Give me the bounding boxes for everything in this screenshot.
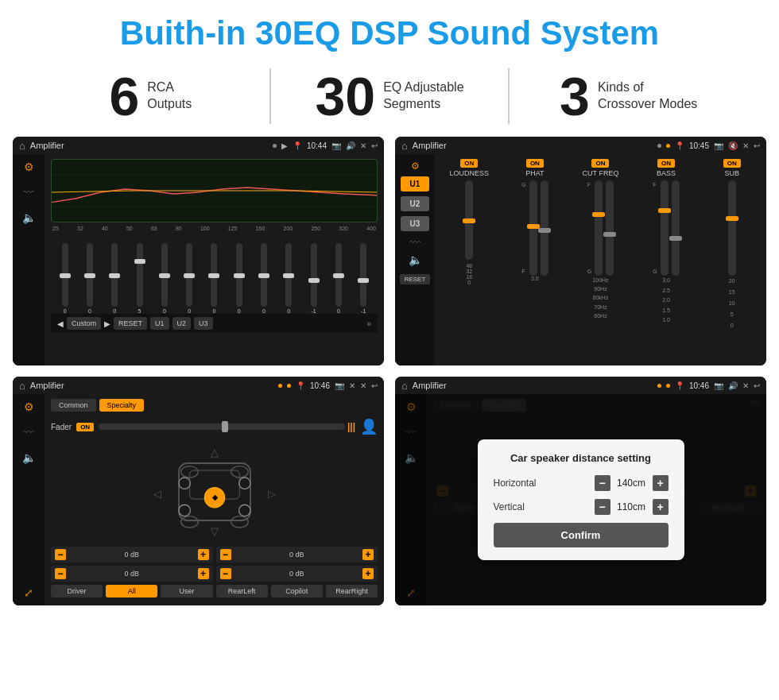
db-minus-fr[interactable]: − <box>220 549 231 560</box>
speaker-icon-2[interactable]: 🔈 <box>409 253 422 266</box>
horizontal-plus-btn[interactable]: + <box>653 475 669 491</box>
eq-bottom-bar: ◀ Custom ▶ RESET U1 U2 U3 » <box>51 314 378 333</box>
screen1-title: Amplifier <box>30 141 268 150</box>
eq-icon[interactable]: ⚙ <box>24 160 34 173</box>
u3-btn-1[interactable]: U3 <box>194 317 213 330</box>
u2-btn-1[interactable]: U2 <box>172 317 192 330</box>
next-icon[interactable]: ▶ <box>104 319 110 328</box>
col-phat-label: PHAT <box>525 169 544 177</box>
vertical-label: Vertical <box>494 501 588 512</box>
eq-slider-4[interactable]: 0 <box>161 243 168 314</box>
fader-track[interactable] <box>99 423 345 430</box>
status-bar-2: ⌂ Amplifier 📍 10:45 📷 🔇 ✕ ↩ <box>395 137 766 154</box>
db-plus-fr[interactable]: + <box>362 549 374 560</box>
db-minus-fl[interactable]: − <box>55 549 66 560</box>
u3-side-btn[interactable]: U3 <box>401 216 429 231</box>
home-icon-3[interactable]: ⌂ <box>19 380 25 392</box>
close-icon-2[interactable]: ✕ <box>742 141 749 150</box>
tab-row: Common Specialty <box>51 399 378 412</box>
db-plus-fl[interactable]: + <box>198 549 209 560</box>
eq-slider-0[interactable]: 0 <box>62 243 68 314</box>
horizontal-minus-btn[interactable]: − <box>595 475 610 491</box>
location-icon-4: 📍 <box>675 381 684 390</box>
screen3-content: ⚙ 〰 🔈 ⤢ Common Specialty Fader ON <box>13 394 384 605</box>
reset-btn-2[interactable]: RESET <box>400 274 431 284</box>
vertical-stepper: − 110cm + <box>595 499 669 515</box>
status-dot-2a <box>657 144 661 148</box>
eq-slider-1[interactable]: 0 <box>87 243 93 314</box>
db-plus-rr[interactable]: + <box>362 568 374 579</box>
custom-btn[interactable]: Custom <box>67 317 101 330</box>
db-value-fr: 0 dB <box>234 551 361 559</box>
screen4-time: 10:46 <box>689 381 709 390</box>
eq-slider-7[interactable]: 0 <box>236 243 242 314</box>
vertical-plus-btn[interactable]: + <box>653 499 669 515</box>
db-minus-rr[interactable]: − <box>220 568 231 579</box>
speaker-distance-dialog: Car speaker distance setting Horizontal … <box>478 439 684 560</box>
col-cutfreq-label: CUT FREQ <box>583 169 619 177</box>
stat-crossover-text2: Crossover Modes <box>598 96 697 113</box>
driver-btn[interactable]: Driver <box>51 585 103 598</box>
wave-icon-2[interactable]: 〰 <box>409 236 421 249</box>
user-btn-3[interactable]: User <box>161 585 212 598</box>
prev-icon[interactable]: ◀ <box>57 319 64 328</box>
eq-side-icon-2[interactable]: ⚙ <box>411 160 420 172</box>
common-tab[interactable]: Common <box>51 399 96 412</box>
eq-side-icon-3[interactable]: ⚙ <box>24 400 34 413</box>
eq-slider-8[interactable]: 0 <box>261 243 267 314</box>
stat-rca-text2: Outputs <box>147 96 192 113</box>
eq-slider-9[interactable]: 0 <box>285 243 292 314</box>
status-dot-1 <box>273 144 277 148</box>
all-btn[interactable]: All <box>106 585 157 598</box>
eq-slider-5[interactable]: 0 <box>186 243 192 314</box>
confirm-button[interactable]: Confirm <box>494 523 669 547</box>
eq-graph <box>51 159 378 222</box>
person-icon[interactable]: 👤 <box>360 418 378 435</box>
eq-slider-12[interactable]: -1 <box>360 243 366 314</box>
u1-btn-1[interactable]: U1 <box>150 317 169 330</box>
arrows-icon-3[interactable]: ⤢ <box>24 586 33 599</box>
eq-slider-10[interactable]: -1 <box>311 243 317 314</box>
eq-slider-6[interactable]: 0 <box>211 243 217 314</box>
u2-side-btn[interactable]: U2 <box>401 196 429 211</box>
db-minus-rl[interactable]: − <box>55 568 66 579</box>
close-icon-4[interactable]: ✕ <box>742 381 749 390</box>
reset-btn-1[interactable]: RESET <box>114 317 147 330</box>
u1-side-btn[interactable]: U1 <box>401 176 429 191</box>
eq-slider-2[interactable]: 0 <box>111 243 118 314</box>
speaker-icon[interactable]: 🔈 <box>22 211 36 224</box>
back-icon-2[interactable]: ↩ <box>754 141 760 150</box>
status-bar-3: ⌂ Amplifier 📍 10:46 📷 ✕ ✕ ↩ <box>13 377 384 394</box>
home-icon-2[interactable]: ⌂ <box>401 140 408 152</box>
stat-eq-text2: Segments <box>383 96 463 113</box>
db-control-fr: − 0 dB + <box>216 547 378 563</box>
db-value-rr: 0 dB <box>234 570 361 578</box>
screen2-main: ON LOUDNESS 4832160 ON PHAT <box>435 154 766 365</box>
eq-main: 25 32 40 50 63 80 100 125 160 200 250 32… <box>45 154 384 365</box>
screen3-time: 10:46 <box>310 381 330 390</box>
fader-row: Fader ON ||| 👤 <box>51 418 378 435</box>
eq-slider-3[interactable]: 5 <box>137 243 143 314</box>
db-plus-rl[interactable]: + <box>198 568 209 579</box>
back-icon-4[interactable]: ↩ <box>754 381 760 390</box>
car-diagram: ◆ ◁ ▷ △ ▽ <box>51 440 378 543</box>
rearright-btn[interactable]: RearRight <box>326 585 378 598</box>
camera-icon-3: 📷 <box>335 381 344 390</box>
back-icon-1[interactable]: ↩ <box>371 141 378 150</box>
vertical-minus-btn[interactable]: − <box>595 499 610 515</box>
specialty-tab[interactable]: Specialty <box>99 399 145 412</box>
copilot-btn[interactable]: Copilot <box>271 585 323 598</box>
close-icon-3[interactable]: ✕ <box>360 381 366 390</box>
rearleft-btn[interactable]: RearLeft <box>216 585 268 598</box>
location-icon-1: 📍 <box>293 141 302 150</box>
speaker-icon-3[interactable]: 🔈 <box>22 451 36 464</box>
home-icon-1[interactable]: ⌂ <box>19 140 25 152</box>
more-icon[interactable]: » <box>366 319 371 328</box>
home-icon-4[interactable]: ⌂ <box>401 380 408 392</box>
back-icon-3[interactable]: ↩ <box>371 381 378 390</box>
screen1-time: 10:44 <box>307 141 327 150</box>
close-icon-1[interactable]: ✕ <box>360 141 366 150</box>
wave-icon[interactable]: 〰 <box>23 186 34 199</box>
eq-slider-11[interactable]: 0 <box>335 243 342 314</box>
wave-icon-3[interactable]: 〰 <box>23 426 34 439</box>
